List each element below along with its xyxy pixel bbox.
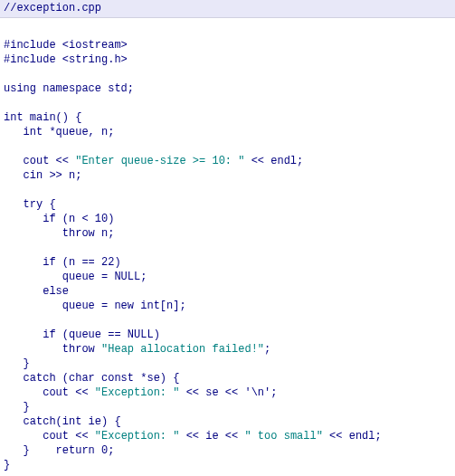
code-frag: throw [4,343,101,356]
string-literal: "Exception: " [95,386,180,399]
code-line: int *queue, n; [4,126,114,138]
code-line: } [4,401,30,414]
code-line: if (n == 22) [4,256,121,269]
code-line: cout << "Exception: " << se << '\n'; [4,386,277,399]
code-line: throw "Heap allocation failed!"; [4,343,270,356]
code-frag: cout << [4,430,95,443]
code-frag: cout << [4,155,75,167]
code-line: catch (char const *se) { [4,372,179,385]
string-literal: "Exception: " [95,430,180,443]
string-literal: "Heap allocation failed!" [101,343,264,356]
code-line: #include <string.h> [4,53,128,66]
code-frag: ; [264,343,270,356]
string-literal: "Enter queue-size >= 10: " [75,155,244,167]
code-frag: << endl; [323,430,382,443]
code-line: try { [4,198,56,211]
code-line: cout << "Exception: " << ie << " too sma… [4,430,382,443]
string-literal: " too small" [244,430,322,443]
code-line: throw n; [4,227,114,240]
code-line: queue = NULL; [4,271,147,283]
code-line: else [4,285,69,298]
code-block: #include <iostream> #include <string.h> … [0,18,455,476]
code-frag: << ie << [179,430,244,443]
code-line: cin >> n; [4,169,81,182]
file-header: //exception.cpp [0,0,455,18]
code-frag: << endl; [244,155,303,167]
code-line: #include <iostream> [4,39,128,52]
code-line: if (queue == NULL) [4,328,160,341]
code-frag: << se << '\n'; [179,386,277,399]
file-comment: //exception.cpp [4,2,101,14]
code-line: if (n < 10) [4,213,114,225]
code-line: queue = new int[n]; [4,300,186,312]
code-line: } return 0; [4,444,114,457]
code-line: int main() { [4,111,81,124]
code-line: } [4,357,30,370]
code-line: cout << "Enter queue-size >= 10: " << en… [4,155,303,167]
code-line: } [4,459,10,471]
code-frag: cout << [4,386,95,399]
code-line: catch(int ie) { [4,415,121,428]
code-line: using namespace std; [4,82,134,95]
